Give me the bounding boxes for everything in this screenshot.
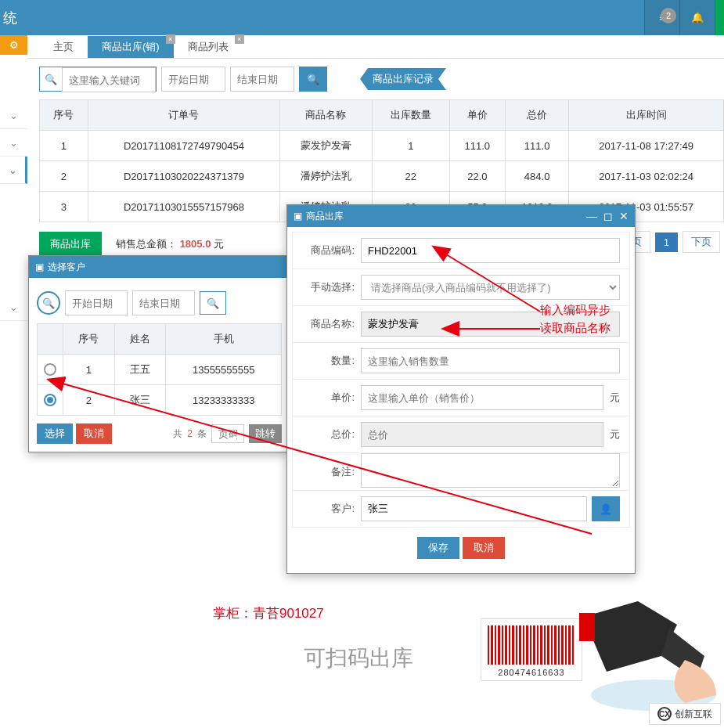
svg-line-1 — [446, 254, 540, 312]
annotation-arrows — [0, 0, 724, 728]
svg-line-3 — [63, 384, 592, 534]
